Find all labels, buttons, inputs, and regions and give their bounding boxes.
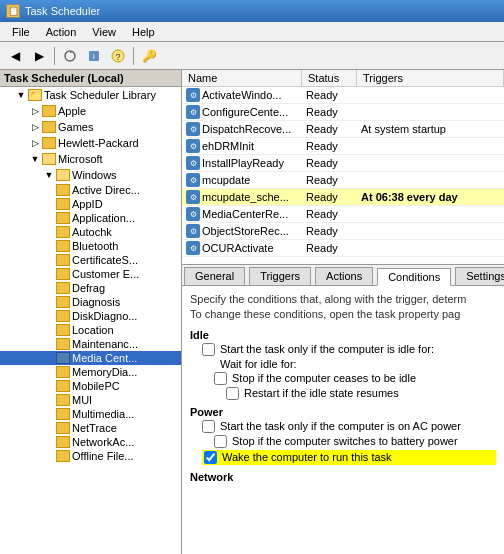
expand-icon[interactable]: ▷ [28,104,42,118]
checkbox-ac-power[interactable]: Start the task only if the computer is o… [202,420,496,433]
tree-item-appid[interactable]: AppID [0,197,181,211]
table-row[interactable]: ⚙ ObjectStoreRec... Ready [182,223,504,240]
title-bar: 📋 Task Scheduler [0,0,504,22]
forward-button[interactable]: ▶ [28,45,50,67]
folder-icon [56,226,70,238]
tree-item-bluetooth[interactable]: Bluetooth [0,239,181,253]
key-button[interactable]: 🔑 [138,45,160,67]
checkbox-battery[interactable]: Stop if the computer switches to battery… [214,435,496,448]
help-button[interactable]: ? [107,45,129,67]
tree-label: NetTrace [72,422,117,434]
col-header-name[interactable]: Name [182,70,302,86]
col-header-status[interactable]: Status [302,70,357,86]
tree-item-apple[interactable]: ▷ Apple [0,103,181,119]
tree-item-certs[interactable]: CertificateS... [0,253,181,267]
table-row[interactable]: ⚙ ConfigureCente... Ready [182,104,504,121]
table-row[interactable]: ⚙ ActivateWindo... Ready [182,87,504,104]
checkbox-stop-idle[interactable]: Stop if the computer ceases to be idle [214,372,496,385]
table-row[interactable]: ⚙ DispatchRecove... Ready At system star… [182,121,504,138]
main-content: Task Scheduler (Local) ▼ 📁 Task Schedule… [0,70,504,554]
section-power-header: Power [190,406,496,418]
svg-text:i: i [93,52,95,61]
checkbox-wake-input[interactable] [204,451,217,464]
checkbox-stop-idle-input[interactable] [214,372,227,385]
tree-item-application[interactable]: Application... [0,211,181,225]
tree-label: AppID [72,198,103,210]
table-row[interactable]: ⚙ mcupdate Ready [182,172,504,189]
task-list-body[interactable]: ⚙ ActivateWindo... Ready ⚙ ConfigureCent… [182,87,504,264]
table-row[interactable]: ⚙ MediaCenterRe... Ready [182,206,504,223]
tree-item-diagnosis[interactable]: Diagnosis [0,295,181,309]
tree-item-hp[interactable]: ▷ Hewlett-Packard [0,135,181,151]
task-name: ActivateWindo... [202,89,281,101]
menu-action[interactable]: Action [38,24,85,40]
tab-conditions[interactable]: Conditions [377,268,451,286]
expand-icon[interactable]: ▼ [42,168,56,182]
properties-button[interactable]: i [83,45,105,67]
task-name: mcupdate [202,174,250,186]
tree-item-games[interactable]: ▷ Games [0,119,181,135]
refresh-button[interactable] [59,45,81,67]
task-status-cell: Ready [302,224,357,238]
checkbox-ac-power-input[interactable] [202,420,215,433]
tab-actions[interactable]: Actions [315,267,373,285]
task-name-cell: ⚙ DispatchRecove... [182,121,302,137]
tree-item-location[interactable]: Location [0,323,181,337]
table-row[interactable]: ⚙ InstallPlayReady Ready [182,155,504,172]
checkbox-restart-idle[interactable]: Restart if the idle state resumes [226,387,496,400]
tree-item-defrag[interactable]: Defrag [0,281,181,295]
tree-item-multimedia[interactable]: Multimedia... [0,407,181,421]
task-name-cell: ⚙ ObjectStoreRec... [182,223,302,239]
task-name-cell: ⚙ mcupdate_sche... [182,189,302,205]
checkbox-wake-row[interactable]: Wake the computer to run this task [202,450,496,465]
menu-file[interactable]: File [4,24,38,40]
tree-item-microsoft[interactable]: ▼ Microsoft [0,151,181,167]
tree-item-root[interactable]: ▼ 📁 Task Scheduler Library [0,87,181,103]
expand-icon[interactable]: ▷ [28,136,42,150]
expand-icon[interactable]: ▼ [28,152,42,166]
task-trigger-cell: At system startup [357,122,504,136]
task-name-cell: ⚙ ActivateWindo... [182,87,302,103]
menu-help[interactable]: Help [124,24,163,40]
tree-item-networkac[interactable]: NetworkAc... [0,435,181,449]
col-header-triggers[interactable]: Triggers [357,70,504,86]
tree-item-activedir[interactable]: Active Direc... [0,183,181,197]
checkbox-start-idle-input[interactable] [202,343,215,356]
tree-item-windows[interactable]: ▼ Windows [0,167,181,183]
task-name: ObjectStoreRec... [202,225,289,237]
tree-label: Media Cent... [72,352,137,364]
tree-item-mobilepc[interactable]: MobilePC [0,379,181,393]
table-row[interactable]: ⚙ OCURActivate Ready [182,240,504,257]
back-button[interactable]: ◀ [4,45,26,67]
task-status-cell: Ready [302,156,357,170]
conditions-description: Specify the conditions that, along with … [190,292,496,323]
tab-triggers[interactable]: Triggers [249,267,311,285]
expand-icon[interactable]: ▷ [28,120,42,134]
tree-item-maintenance[interactable]: Maintenanc... [0,337,181,351]
checkbox-start-idle[interactable]: Start the task only if the computer is i… [202,343,496,356]
tree-content[interactable]: ▼ 📁 Task Scheduler Library ▷ Apple ▷ Gam… [0,87,181,554]
task-status-cell: Ready [302,173,357,187]
section-network-header: Network [190,471,496,483]
menu-view[interactable]: View [84,24,124,40]
tree-item-diskdiag[interactable]: DiskDiagno... [0,309,181,323]
tree-item-memorydia[interactable]: MemoryDia... [0,365,181,379]
tree-item-mediacenter[interactable]: Media Cent... [0,351,181,365]
task-icon: ⚙ [186,207,200,221]
task-icon: ⚙ [186,139,200,153]
checkbox-battery-input[interactable] [214,435,227,448]
tab-general[interactable]: General [184,267,245,285]
tree-item-mui[interactable]: MUI [0,393,181,407]
tree-label: CertificateS... [72,254,138,266]
table-row-selected[interactable]: ⚙ mcupdate_sche... Ready At 06:38 every … [182,189,504,206]
tree-item-nettrace[interactable]: NetTrace [0,421,181,435]
tab-settings[interactable]: Settings [455,267,504,285]
task-icon: ⚙ [186,173,200,187]
table-row[interactable]: ⚙ ehDRMInit Ready [182,138,504,155]
tree-item-autochk[interactable]: Autochk [0,225,181,239]
checkbox-restart-idle-input[interactable] [226,387,239,400]
tree-item-offlinefile[interactable]: Offline File... [0,449,181,463]
tree-item-customer[interactable]: Customer E... [0,267,181,281]
task-icon: ⚙ [186,88,200,102]
expand-icon[interactable]: ▼ [14,88,28,102]
